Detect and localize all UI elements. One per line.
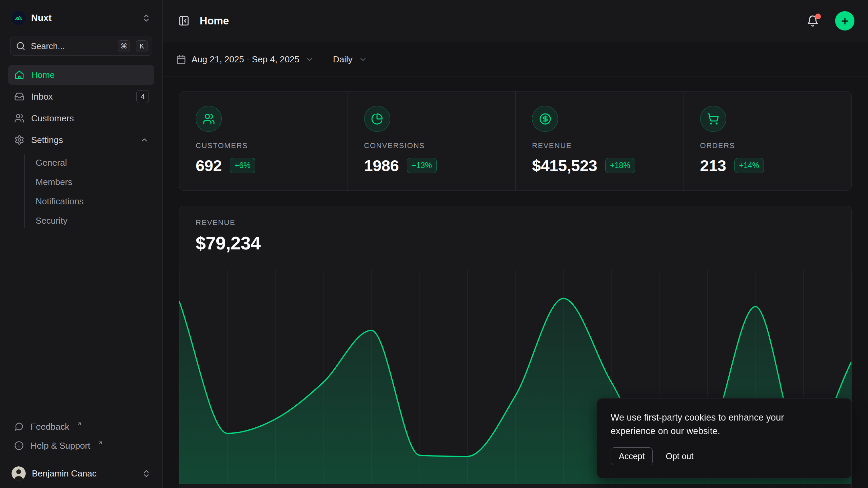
feedback-label: Feedback [31,422,69,432]
stat-label: ORDERS [700,141,835,150]
sidebar-item-label: Settings [31,135,133,145]
stats-card: CUSTOMERS 692 +6% CONVERSIONS 1986 +13% [179,91,852,191]
shopping-cart-icon [700,106,726,132]
sidebar-item-label: Home [31,70,149,80]
topbar: Home [163,0,868,42]
period-selector[interactable]: Daily [333,54,367,65]
stat-orders: ORDERS 213 +14% [684,92,852,190]
unread-notification-dot [815,14,821,19]
revenue-chart-value: $79,234 [196,232,835,253]
stat-value: $415,523 [532,156,597,175]
users-icon [14,113,24,123]
kbd-cmd: ⌘ [118,40,130,52]
message-circle-icon [14,422,24,431]
chevrons-up-down-icon [142,469,151,478]
search-icon [16,41,25,51]
gear-icon [14,135,24,145]
pie-chart-icon [364,106,390,132]
external-link-arrow-icon [98,440,103,446]
toolbar: Aug 21, 2025 - Sep 4, 2025 Daily [163,42,868,77]
stat-conversions: CONVERSIONS 1986 +13% [348,92,516,190]
date-range-label: Aug 21, 2025 - Sep 4, 2025 [192,54,299,65]
external-link-arrow-icon [77,421,82,427]
stat-label: REVENUE [532,141,667,150]
chevrons-up-down-icon [142,14,151,23]
sidebar: Nuxt Search... ⌘ K Home [0,0,163,488]
chevron-down-icon [359,55,367,64]
revenue-chart-header: REVENUE $79,234 [179,206,851,253]
sidebar-item-inbox[interactable]: Inbox 4 [8,87,154,106]
sidebar-item-general[interactable]: General [8,153,154,172]
date-range-picker[interactable]: Aug 21, 2025 - Sep 4, 2025 [176,54,314,65]
chevron-up-icon [140,136,149,144]
inbox-icon [14,92,24,102]
sidebar-item-members[interactable]: Members [8,172,154,192]
circle-dollar-icon [532,106,558,132]
info-icon [14,441,24,450]
inbox-count-badge: 4 [136,90,149,103]
page-title: Home [200,15,796,27]
sidebar-item-notifications[interactable]: Notifications [8,192,154,211]
avatar [12,466,26,481]
sidebar-item-label: Customers [31,113,149,124]
sidebar-item-security[interactable]: Security [8,211,154,230]
add-button[interactable] [835,11,854,30]
sidebar-item-home[interactable]: Home [8,65,154,85]
sidebar-item-customers[interactable]: Customers [8,108,154,128]
search-input[interactable]: Search... ⌘ K [10,37,152,56]
search-placeholder: Search... [31,41,112,51]
chevron-down-icon [305,55,314,64]
cookie-banner: We use first-party cookies to enhance yo… [597,398,852,479]
sidebar-item-label: Inbox [31,92,130,102]
nuxt-logo-icon [12,11,26,25]
user-menu[interactable]: Benjamin Canac [8,460,154,488]
sidebar-footer: Feedback Help & Support Benjami [8,417,154,488]
period-label: Daily [333,54,353,65]
stat-delta-badge: +13% [407,158,436,173]
workspace-name: Nuxt [31,13,136,23]
stat-value: 1986 [364,156,399,175]
plus-icon [840,16,850,26]
kbd-k: K [136,40,148,52]
notifications-button[interactable] [805,13,821,29]
sidebar-item-settings[interactable]: Settings [8,130,154,150]
workspace-switcher[interactable]: Nuxt [8,8,154,28]
feedback-link[interactable]: Feedback [8,417,154,436]
collapse-sidebar-button[interactable] [176,13,192,28]
user-name: Benjamin Canac [32,468,136,479]
help-support-label: Help & Support [31,441,90,451]
stat-label: CUSTOMERS [196,141,331,150]
stat-customers: CUSTOMERS 692 +6% [179,92,348,190]
stat-revenue: REVENUE $415,523 +18% [515,92,684,190]
stat-value: 692 [196,156,222,175]
revenue-chart-label: REVENUE [196,218,835,227]
settings-subnav: General Members Notifications Security [8,152,154,231]
stat-label: CONVERSIONS [364,141,499,150]
users-icon [196,106,222,132]
stat-value: 213 [700,156,726,175]
opt-out-button[interactable]: Opt out [666,448,693,465]
help-support-link[interactable]: Help & Support [8,436,154,455]
stat-delta-badge: +14% [734,158,764,173]
stat-delta-badge: +6% [230,158,255,173]
home-icon [14,70,24,80]
cookie-message: We use first-party cookies to enhance yo… [611,411,828,438]
accept-cookies-button[interactable]: Accept [611,447,653,465]
stat-delta-badge: +18% [605,158,635,173]
sidebar-nav: Home Inbox 4 Customers Settings [8,65,154,231]
calendar-icon [176,55,186,64]
